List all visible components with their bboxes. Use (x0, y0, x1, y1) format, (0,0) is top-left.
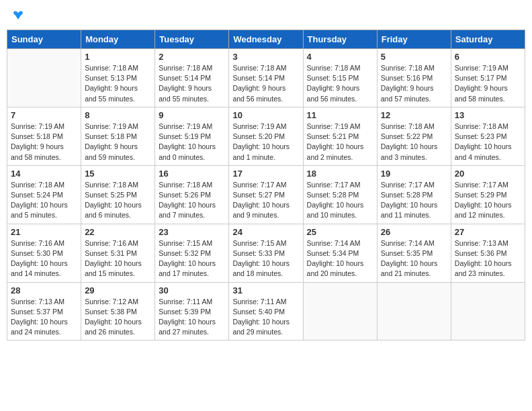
week-row-3: 14Sunrise: 7:18 AMSunset: 5:24 PMDayligh… (7, 165, 525, 224)
day-info: Sunrise: 7:19 AMSunset: 5:17 PMDaylight:… (455, 63, 521, 104)
day-number: 2 (159, 52, 225, 62)
day-info: Sunrise: 7:12 AMSunset: 5:38 PMDaylight:… (85, 297, 151, 338)
calendar-cell: 19Sunrise: 7:17 AMSunset: 5:28 PMDayligh… (377, 165, 451, 224)
day-info: Sunrise: 7:19 AMSunset: 5:21 PMDaylight:… (307, 122, 373, 163)
day-number: 18 (307, 169, 373, 179)
calendar-cell: 21Sunrise: 7:16 AMSunset: 5:30 PMDayligh… (7, 224, 81, 282)
day-info: Sunrise: 7:14 AMSunset: 5:35 PMDaylight:… (381, 238, 447, 279)
day-info: Sunrise: 7:15 AMSunset: 5:32 PMDaylight:… (159, 238, 225, 279)
calendar-cell: 18Sunrise: 7:17 AMSunset: 5:28 PMDayligh… (303, 165, 377, 224)
day-number: 11 (307, 110, 373, 120)
day-number: 17 (232, 169, 299, 179)
day-number: 5 (381, 52, 447, 62)
day-info: Sunrise: 7:16 AMSunset: 5:30 PMDaylight:… (11, 238, 77, 279)
day-info: Sunrise: 7:18 AMSunset: 5:22 PMDaylight:… (381, 122, 447, 163)
calendar-cell: 22Sunrise: 7:16 AMSunset: 5:31 PMDayligh… (81, 224, 155, 282)
calendar-cell: 30Sunrise: 7:11 AMSunset: 5:39 PMDayligh… (155, 282, 229, 340)
calendar-cell: 15Sunrise: 7:18 AMSunset: 5:25 PMDayligh… (81, 165, 155, 224)
calendar-cell: 29Sunrise: 7:12 AMSunset: 5:38 PMDayligh… (81, 282, 155, 340)
day-info: Sunrise: 7:11 AMSunset: 5:39 PMDaylight:… (159, 297, 225, 338)
day-info: Sunrise: 7:17 AMSunset: 5:28 PMDaylight:… (307, 180, 373, 221)
day-number: 10 (232, 110, 299, 120)
day-info: Sunrise: 7:18 AMSunset: 5:16 PMDaylight:… (381, 63, 447, 104)
day-header-friday: Friday (377, 30, 451, 49)
calendar-cell (377, 282, 451, 340)
day-number: 1 (85, 52, 151, 62)
day-header-saturday: Saturday (451, 30, 525, 49)
calendar-cell: 13Sunrise: 7:18 AMSunset: 5:23 PMDayligh… (451, 107, 525, 165)
day-info: Sunrise: 7:19 AMSunset: 5:20 PMDaylight:… (232, 122, 299, 163)
day-info: Sunrise: 7:15 AMSunset: 5:33 PMDaylight:… (232, 238, 299, 279)
calendar-cell: 16Sunrise: 7:18 AMSunset: 5:26 PMDayligh… (155, 165, 229, 224)
day-info: Sunrise: 7:18 AMSunset: 5:23 PMDaylight:… (455, 122, 521, 163)
day-number: 21 (11, 227, 77, 237)
week-row-2: 7Sunrise: 7:19 AMSunset: 5:18 PMDaylight… (7, 107, 525, 165)
day-number: 19 (381, 169, 447, 179)
calendar-cell: 8Sunrise: 7:19 AMSunset: 5:18 PMDaylight… (81, 107, 155, 165)
calendar-cell: 9Sunrise: 7:19 AMSunset: 5:19 PMDaylight… (155, 107, 229, 165)
calendar-cell: 28Sunrise: 7:13 AMSunset: 5:37 PMDayligh… (7, 282, 81, 340)
calendar-cell: 4Sunrise: 7:18 AMSunset: 5:15 PMDaylight… (303, 49, 377, 107)
calendar-cell: 23Sunrise: 7:15 AMSunset: 5:32 PMDayligh… (155, 224, 229, 282)
day-number: 14 (11, 169, 77, 179)
day-info: Sunrise: 7:18 AMSunset: 5:26 PMDaylight:… (159, 180, 225, 221)
day-number: 30 (159, 285, 225, 295)
calendar-cell: 1Sunrise: 7:18 AMSunset: 5:13 PMDaylight… (81, 49, 155, 107)
day-number: 13 (455, 110, 521, 120)
day-number: 16 (159, 169, 225, 179)
calendar-cell: 31Sunrise: 7:11 AMSunset: 5:40 PMDayligh… (229, 282, 303, 340)
day-info: Sunrise: 7:13 AMSunset: 5:36 PMDaylight:… (455, 238, 521, 279)
day-number: 22 (85, 227, 151, 237)
week-row-5: 28Sunrise: 7:13 AMSunset: 5:37 PMDayligh… (7, 282, 525, 340)
day-info: Sunrise: 7:11 AMSunset: 5:40 PMDaylight:… (232, 297, 299, 338)
day-info: Sunrise: 7:16 AMSunset: 5:31 PMDaylight:… (85, 238, 151, 279)
day-number: 29 (85, 285, 151, 295)
day-header-thursday: Thursday (303, 30, 377, 49)
calendar-cell: 20Sunrise: 7:17 AMSunset: 5:29 PMDayligh… (451, 165, 525, 224)
day-number: 28 (11, 285, 77, 295)
calendar-cell: 11Sunrise: 7:19 AMSunset: 5:21 PMDayligh… (303, 107, 377, 165)
calendar-cell: 25Sunrise: 7:14 AMSunset: 5:34 PMDayligh… (303, 224, 377, 282)
day-info: Sunrise: 7:13 AMSunset: 5:37 PMDaylight:… (11, 297, 77, 338)
day-info: Sunrise: 7:19 AMSunset: 5:18 PMDaylight:… (85, 122, 151, 163)
day-info: Sunrise: 7:17 AMSunset: 5:29 PMDaylight:… (455, 180, 521, 221)
day-header-tuesday: Tuesday (155, 30, 229, 49)
day-info: Sunrise: 7:19 AMSunset: 5:19 PMDaylight:… (159, 122, 225, 163)
day-number: 8 (85, 110, 151, 120)
week-row-4: 21Sunrise: 7:16 AMSunset: 5:30 PMDayligh… (7, 224, 525, 282)
day-number: 24 (232, 227, 299, 237)
calendar-cell: 7Sunrise: 7:19 AMSunset: 5:18 PMDaylight… (7, 107, 81, 165)
day-info: Sunrise: 7:17 AMSunset: 5:27 PMDaylight:… (232, 180, 299, 221)
calendar-cell: 3Sunrise: 7:18 AMSunset: 5:14 PMDaylight… (229, 49, 303, 107)
day-info: Sunrise: 7:17 AMSunset: 5:28 PMDaylight:… (381, 180, 447, 221)
day-info: Sunrise: 7:18 AMSunset: 5:24 PMDaylight:… (11, 180, 77, 221)
calendar-cell: 17Sunrise: 7:17 AMSunset: 5:27 PMDayligh… (229, 165, 303, 224)
calendar-cell: 5Sunrise: 7:18 AMSunset: 5:16 PMDaylight… (377, 49, 451, 107)
day-info: Sunrise: 7:18 AMSunset: 5:14 PMDaylight:… (232, 63, 299, 104)
calendar-cell: 24Sunrise: 7:15 AMSunset: 5:33 PMDayligh… (229, 224, 303, 282)
day-number: 12 (381, 110, 447, 120)
calendar-cell: 6Sunrise: 7:19 AMSunset: 5:17 PMDaylight… (451, 49, 525, 107)
day-headers-row: SundayMondayTuesdayWednesdayThursdayFrid… (7, 30, 525, 49)
day-number: 6 (455, 52, 521, 62)
day-number: 23 (159, 227, 225, 237)
day-number: 26 (381, 227, 447, 237)
day-info: Sunrise: 7:18 AMSunset: 5:25 PMDaylight:… (85, 180, 151, 221)
day-number: 27 (455, 227, 521, 237)
day-number: 3 (232, 52, 299, 62)
calendar-cell: 14Sunrise: 7:18 AMSunset: 5:24 PMDayligh… (7, 165, 81, 224)
day-number: 7 (11, 110, 77, 120)
day-header-monday: Monday (81, 30, 155, 49)
calendar-cell (303, 282, 377, 340)
calendar-table: SundayMondayTuesdayWednesdayThursdayFrid… (7, 30, 525, 340)
day-number: 20 (455, 169, 521, 179)
week-row-1: 1Sunrise: 7:18 AMSunset: 5:13 PMDaylight… (7, 49, 525, 107)
day-number: 31 (232, 285, 299, 295)
day-header-wednesday: Wednesday (229, 30, 303, 49)
day-info: Sunrise: 7:18 AMSunset: 5:15 PMDaylight:… (307, 63, 373, 104)
logo (11, 9, 24, 21)
day-number: 9 (159, 110, 225, 120)
calendar-cell: 2Sunrise: 7:18 AMSunset: 5:14 PMDaylight… (155, 49, 229, 107)
day-info: Sunrise: 7:14 AMSunset: 5:34 PMDaylight:… (307, 238, 373, 279)
day-header-sunday: Sunday (7, 30, 81, 49)
